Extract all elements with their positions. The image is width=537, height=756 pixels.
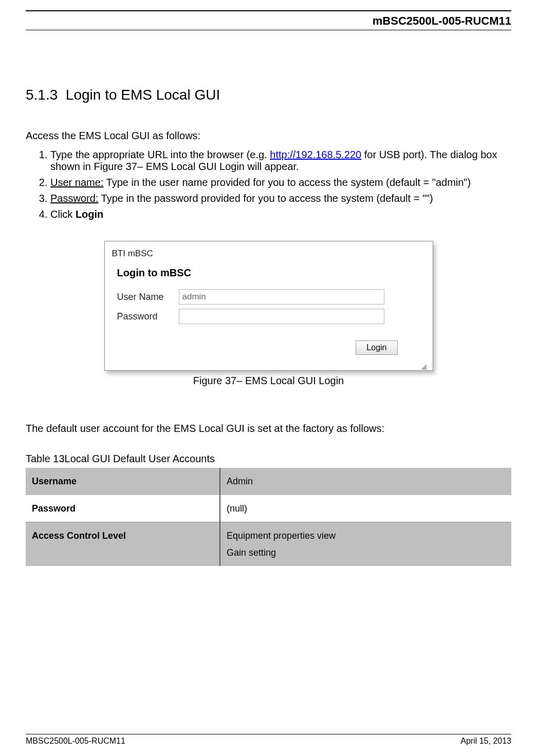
acl-cell-value: Equipment properties view Gain setting: [220, 522, 511, 566]
password-cell-value: (null): [220, 495, 511, 522]
password-cell-label: Password: [26, 495, 220, 522]
acl-line-2: Gain setting: [227, 547, 276, 558]
username-cell-label: Username: [26, 468, 220, 495]
table-caption: Table 13Local GUI Default User Accounts: [26, 453, 511, 465]
username-row: User Name: [117, 289, 429, 305]
step-4-login-word: Login: [76, 209, 103, 220]
step-1-text-a: Type the appropriate URL into the browse…: [50, 149, 270, 160]
step-2-label: User name:: [50, 177, 103, 188]
step-3-text: Type in the password provided for you to…: [98, 193, 433, 204]
step-2-text: Type in the user name provided for you t…: [103, 177, 471, 188]
default-accounts-table: Username Admin Password (null) Access Co…: [26, 468, 511, 566]
step-2: User name: Type in the user name provide…: [50, 177, 511, 188]
step-4: Click Login: [50, 209, 511, 220]
header-rule: [26, 30, 511, 30]
acl-cell-label: Access Control Level: [26, 522, 220, 566]
table-row: Access Control Level Equipment propertie…: [26, 522, 511, 566]
login-dialog-container: BTI mBSC Login to mBSC User Name Passwor…: [26, 241, 511, 371]
username-input[interactable]: [179, 289, 384, 305]
password-row: Password: [117, 309, 429, 324]
section-heading: 5.1.3 Login to EMS Local GUI: [26, 87, 511, 103]
resize-handle-icon[interactable]: ◢: [109, 360, 429, 370]
login-dialog: BTI mBSC Login to mBSC User Name Passwor…: [104, 241, 433, 371]
table-row: Username Admin: [26, 468, 511, 495]
table-row: Password (null): [26, 495, 511, 522]
username-label: User Name: [117, 292, 179, 303]
button-row: Login: [109, 328, 429, 360]
footer-row: MBSC2500L-005-RUCM11 April 15, 2013: [26, 736, 511, 746]
section-title: Login to EMS Local GUI: [66, 87, 220, 103]
top-rule: [26, 10, 511, 11]
login-button[interactable]: Login: [356, 341, 397, 355]
header-doc-code: mBSC2500L-005-RUCM11: [26, 14, 511, 28]
page-footer: MBSC2500L-005-RUCM11 April 15, 2013 Page…: [26, 734, 511, 746]
intro-text: Access the EMS Local GUI as follows:: [26, 129, 511, 143]
username-cell-value: Admin: [220, 468, 511, 495]
password-input[interactable]: [179, 309, 384, 324]
acl-line-1: Equipment properties view: [227, 531, 336, 541]
password-label: Password: [117, 311, 179, 322]
step-3-label: Password:: [50, 193, 98, 204]
section-number: 5.1.3: [26, 87, 58, 103]
footer-left: MBSC2500L-005-RUCM11: [26, 736, 125, 746]
steps-list: Type the appropriate URL into the browse…: [26, 149, 511, 220]
figure-caption: Figure 37– EMS Local GUI Login: [26, 375, 511, 387]
footer-right: April 15, 2013: [460, 736, 511, 746]
step-1: Type the appropriate URL into the browse…: [50, 149, 511, 173]
footer-rule: [26, 734, 511, 734]
dialog-heading: Login to mBSC: [109, 264, 429, 287]
step-4-text-a: Click: [50, 209, 76, 220]
step-3: Password: Type in the password provided …: [50, 193, 511, 204]
dialog-window-title: BTI mBSC: [109, 247, 429, 264]
default-account-paragraph: The default user account for the EMS Loc…: [26, 423, 511, 434]
step-1-url-link[interactable]: http://192.168.5.220: [270, 149, 361, 160]
